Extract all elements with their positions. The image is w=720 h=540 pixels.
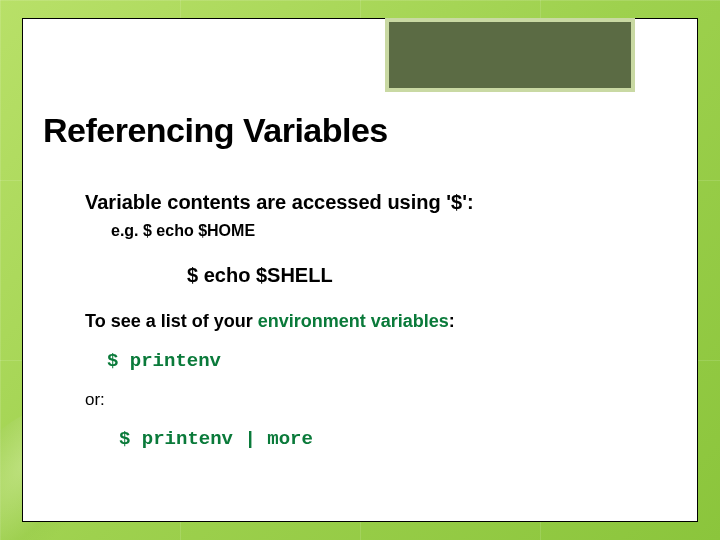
text-envvars-a: To see a list of your (85, 311, 258, 331)
text-line-envvars: To see a list of your environment variab… (85, 311, 657, 332)
cmd-printenv-more: $ printenv | more (119, 428, 657, 450)
text-envvars-highlight: environment variables (258, 311, 449, 331)
text-envvars-c: : (449, 311, 455, 331)
slide-body: Referencing Variables Variable contents … (22, 18, 698, 522)
text-or: or: (85, 390, 657, 410)
slide-content: Variable contents are accessed using '$'… (85, 191, 657, 450)
cmd-echo-home: $ echo $HOME (143, 222, 255, 239)
slide-title: Referencing Variables (43, 111, 388, 150)
text-line-access: Variable contents are accessed using '$'… (85, 191, 657, 214)
example-prefix: e.g. (111, 222, 143, 239)
cmd-printenv: $ printenv (107, 350, 657, 372)
title-accent-box (385, 18, 635, 92)
text-line-example-home: e.g. $ echo $HOME (111, 222, 657, 240)
cmd-echo-shell: $ echo $SHELL (187, 264, 657, 287)
